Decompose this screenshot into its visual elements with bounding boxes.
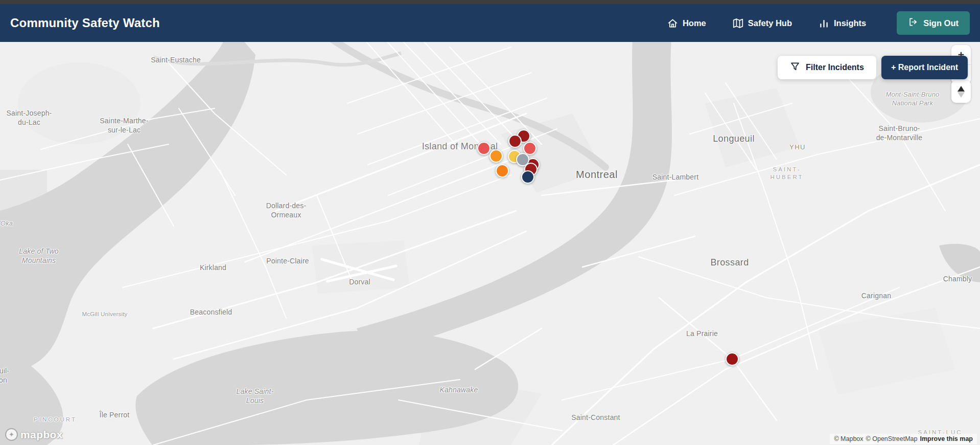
map-canvas[interactable]: Saint-EustacheSaint-Joseph-du-LacSainte-… (0, 42, 980, 445)
map-label-kirkland: Kirkland (200, 263, 226, 272)
sign-out-icon (908, 17, 918, 29)
funnel-icon (790, 61, 800, 74)
main-nav: Home Safety Hub Insights Sign Out (667, 11, 970, 35)
map-label-dorval: Dorval (349, 277, 370, 286)
incident-marker[interactable] (726, 352, 739, 366)
sign-out-label: Sign Out (923, 18, 959, 28)
map-label-saint-lambert: Saint-Lambert (652, 172, 699, 182)
map-label-lake-of-two-mountains: Lake of TwoMountains (19, 247, 58, 265)
map-label-d-oka: d'Oka (0, 219, 13, 228)
incident-marker[interactable] (508, 135, 522, 148)
map-label-saint-joseph-du-lac: Saint-Joseph-du-Lac (7, 108, 52, 127)
map-label-saint-eustache: Saint-Eustache (151, 55, 201, 64)
compass-control[interactable] (951, 80, 971, 103)
app-title: Community Safety Watch (10, 16, 160, 30)
map-label-reuil-rion: reuil-rion (0, 366, 9, 385)
map-label-kahnawake: Kahnawake (440, 385, 478, 394)
report-incident-button[interactable]: + Report Incident (881, 56, 968, 79)
filter-label: Filter Incidents (806, 63, 864, 72)
nav-item-insights[interactable]: Insights (819, 18, 866, 29)
map-label-sainte-marthe-sur-le-lac: Sainte-Marthe-sur-le-Lac (100, 116, 148, 135)
incident-marker[interactable] (521, 170, 534, 184)
improve-map-link[interactable]: Improve this map (920, 435, 973, 442)
mapbox-logo-text: mapbox (20, 429, 63, 441)
map-label-pointe-claire: Pointe-Claire (266, 256, 309, 265)
mapbox-logo-icon: ✦ (5, 428, 18, 441)
map-label-le-perrot: Île Perrot (100, 410, 130, 419)
home-icon (667, 18, 678, 29)
incident-marker[interactable] (477, 142, 491, 155)
report-label: + Report Incident (891, 63, 958, 72)
map-label-beaconsfield: Beaconsfield (190, 307, 232, 317)
filter-incidents-button[interactable]: Filter Incidents (778, 56, 876, 79)
map-label-saint-hubert: SAINT-HUBERT (770, 166, 803, 181)
map-label-mcgill-university: McGill University (82, 310, 127, 318)
nav-label: Insights (834, 18, 866, 28)
mapbox-attribution-link[interactable]: © Mapbox (834, 435, 863, 442)
nav-item-safety-hub[interactable]: Safety Hub (733, 18, 792, 29)
compass-icon (958, 86, 965, 92)
map-attribution: © Mapbox © OpenStreetMap Improve this ma… (830, 434, 977, 444)
nav-item-home[interactable]: Home (667, 18, 706, 29)
app-window: Community Safety Watch Home Safety Hub I… (0, 0, 980, 445)
map-basemap (0, 42, 980, 445)
map-label-yhu: YHU (789, 143, 806, 152)
map-label-lake-saint-louis: Lake Saint-Louis (236, 387, 273, 405)
map-label-saint-bruno-de-montarville: Saint-Bruno-de-Montarville (876, 124, 923, 142)
map-label-dollard-des-ormeaux: Dollard-des-Ormeaux (266, 201, 307, 219)
map-label-brossard: Brossard (710, 257, 749, 269)
map-label-chambly: Chambly (943, 274, 972, 283)
sign-out-button[interactable]: Sign Out (897, 11, 970, 35)
app-header: Community Safety Watch Home Safety Hub I… (0, 4, 980, 42)
browser-strip (0, 0, 980, 4)
map-label-mont-saint-bruno-national-park: Mont-Saint-BrunoNational Park (885, 91, 939, 108)
incident-marker[interactable] (496, 164, 509, 177)
map-label-montreal: Montreal (576, 168, 618, 181)
bar-chart-icon (819, 18, 829, 29)
map-label-la-prairie: La Prairie (686, 329, 718, 338)
nav-label: Home (683, 18, 706, 28)
map-icon (733, 18, 743, 29)
map-label-carignan: Carignan (861, 291, 891, 300)
incident-marker[interactable] (489, 149, 503, 163)
nav-label: Safety Hub (748, 18, 792, 28)
map-label-longueuil: Longueuil (713, 133, 755, 145)
map-label-saint-constant: Saint-Constant (571, 413, 620, 422)
mapbox-logo[interactable]: ✦ mapbox (5, 428, 63, 441)
map-label-pincourt: PINCOURT (34, 416, 77, 424)
osm-attribution-link[interactable]: © OpenStreetMap (866, 435, 918, 442)
compass-icon-south (958, 92, 965, 98)
